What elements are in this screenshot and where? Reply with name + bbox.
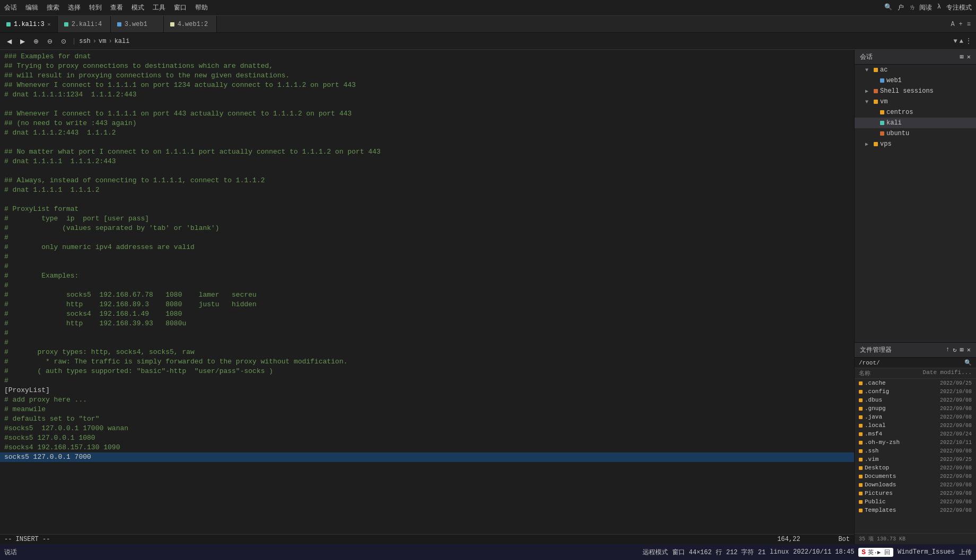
tree-item-centros[interactable]: centros <box>855 107 976 118</box>
file-dot <box>859 398 863 402</box>
editor-line: ## Always, instead of connecting to 1.1.… <box>0 176 854 185</box>
tab-kali3[interactable]: 1.kali:3 ✕ <box>0 16 58 32</box>
file-row[interactable]: .ssh2022/09/08 <box>855 447 976 455</box>
editor-line <box>0 166 854 176</box>
toolbar-btn-forward[interactable]: ▶ <box>17 37 28 46</box>
tree-item-vm[interactable]: ▼ vm <box>855 96 976 107</box>
more-options-icon[interactable]: ⋮ <box>965 37 972 45</box>
file-dot <box>859 432 863 436</box>
path-ssh[interactable]: ssh <box>79 38 91 45</box>
toolbar-btn-remove[interactable]: ⊖ <box>45 37 55 46</box>
file-manager-refresh-icon[interactable]: ↑ <box>946 346 949 354</box>
bookmark-icon[interactable]: ㄌ 阅读 <box>909 3 932 12</box>
file-row[interactable]: .config2022/10/08 <box>855 387 976 396</box>
tab-web1[interactable]: 3.web1 <box>111 16 164 32</box>
tab-plus-button[interactable]: + <box>959 21 963 28</box>
file-row[interactable]: .msf42022/09/24 <box>855 430 976 438</box>
expand-up-icon[interactable]: ▲ <box>960 38 963 45</box>
file-manager-close-icon[interactable]: ✕ <box>967 346 971 354</box>
file-path-search-icon[interactable]: 🔍 <box>964 359 972 366</box>
path-kali[interactable]: kali <box>115 38 130 45</box>
toolbar-btn-add[interactable]: ⊕ <box>31 37 41 46</box>
search-icon[interactable]: 🔍 <box>884 3 892 12</box>
file-manager-sync-icon[interactable]: ↻ <box>953 346 956 354</box>
tab-label: 4.web1:2 <box>178 21 208 28</box>
tree-label-vps: vps <box>880 140 892 148</box>
sessions-close-icon[interactable]: ✕ <box>967 53 971 61</box>
focus-mode-icon[interactable]: 专注模式 <box>946 3 972 12</box>
file-path-text: /root/ <box>859 360 880 366</box>
tab-menu-button[interactable]: ≡ <box>967 21 971 28</box>
file-row[interactable]: .gnupg2022/09/08 <box>855 404 976 413</box>
menu-bianji[interactable]: 编辑 <box>25 3 38 12</box>
tree-label-vm: vm <box>880 98 887 105</box>
file-manager-columns: 名称 Date modifi... <box>855 368 976 379</box>
tree-item-ubuntu[interactable]: ubuntu <box>855 128 976 139</box>
tree-dot-ubuntu <box>880 131 884 136</box>
editor-line: # <box>0 328 854 338</box>
menu-gongju[interactable]: 工具 <box>153 3 165 12</box>
upload-label[interactable]: 上传 <box>959 548 972 557</box>
file-row[interactable]: Documents2022/09/08 <box>855 472 976 481</box>
tab-web12[interactable]: 4.web1:2 <box>164 16 217 32</box>
editor-line: # ProxyList format <box>0 205 854 214</box>
tree-label-ac: ac <box>880 66 887 74</box>
tree-item-shell-sessions[interactable]: ▶ Shell sessions <box>855 86 976 96</box>
tree-item-vps[interactable]: ▶ vps <box>855 139 976 149</box>
editor-line: #socks4 192.168.157.130 1090 <box>0 443 854 452</box>
file-manager-expand-icon[interactable]: ⊞ <box>960 346 964 354</box>
user-icon[interactable]: 户 <box>898 3 904 12</box>
file-name: .ssh <box>865 448 878 454</box>
menu-xuanze[interactable]: 选择 <box>68 3 81 12</box>
sessions-expand-icon[interactable]: ⊞ <box>960 53 964 61</box>
file-row[interactable]: Downloads2022/09/08 <box>855 481 976 489</box>
file-name: .oh-my-zsh <box>865 439 900 446</box>
editor-line <box>0 100 854 109</box>
expand-down-icon[interactable]: ▼ <box>954 38 957 45</box>
file-row[interactable]: .java2022/09/08 <box>855 413 976 421</box>
vim-position: 164,22 Bot <box>777 536 850 543</box>
menu-chuangkou[interactable]: 窗口 <box>174 3 187 12</box>
file-row[interactable]: .local2022/09/08 <box>855 421 976 430</box>
lambda-icon[interactable]: λ <box>937 3 941 12</box>
editor-line: # socks5 192.168.67.78 1080 lamer secreu <box>0 290 854 300</box>
file-dot <box>859 441 863 445</box>
tree-item-kali[interactable]: kali <box>855 118 976 128</box>
editor-line: # meanwile <box>0 405 854 414</box>
file-row[interactable]: .vim2022/09/25 <box>855 455 976 464</box>
tab-close-icon[interactable]: ✕ <box>48 21 51 28</box>
file-manager-path: /root/ 🔍 <box>855 358 976 368</box>
file-list: .cache2022/09/25.config2022/10/08.dbus20… <box>855 379 976 533</box>
menu-zhuanqu[interactable]: 转到 <box>89 3 102 12</box>
remote-mode-label: 远程模式 <box>643 548 668 557</box>
tree-item-web1[interactable]: web1 <box>855 75 976 86</box>
file-row[interactable]: Pictures2022/09/08 <box>855 489 976 497</box>
tree-arrow-vm: ▼ <box>865 99 872 105</box>
file-row[interactable]: Desktop2022/09/08 <box>855 464 976 472</box>
file-row[interactable]: .oh-my-zsh2022/10/11 <box>855 438 976 447</box>
tab-kali4[interactable]: 2.kali:4 <box>58 16 111 32</box>
path-vm[interactable]: vm <box>99 38 106 45</box>
menu-moshi[interactable]: 模式 <box>131 3 144 12</box>
file-row[interactable]: .cache2022/09/25 <box>855 379 976 387</box>
toolbar-btn-back[interactable]: ◀ <box>4 37 14 46</box>
menu-huihua[interactable]: 会话 <box>4 3 17 12</box>
menu-bangzhu[interactable]: 帮助 <box>195 3 208 12</box>
tree-item-ac[interactable]: ▼ ac <box>855 65 976 75</box>
file-row[interactable]: .dbus2022/09/08 <box>855 396 976 404</box>
tree-dot-web1 <box>880 78 884 83</box>
editor-line: # proxy types: http, socks4, socks5, raw <box>0 348 854 357</box>
toolbar-btn-info[interactable]: ⊙ <box>58 37 69 46</box>
menu-chakan[interactable]: 查看 <box>110 3 123 12</box>
file-row[interactable]: Public2022/09/08 <box>855 497 976 506</box>
file-row[interactable]: Templates2022/09/08 <box>855 506 976 514</box>
sessions-header: 会话 ⊞ ✕ <box>855 50 976 65</box>
file-name: .cache <box>865 380 886 386</box>
windterm-label[interactable]: WindTerm_Issues <box>898 548 955 556</box>
editor-content[interactable]: ### Examples for dnat## Trying to proxy … <box>0 50 854 534</box>
editor-line: ## Whenever I connect to 1.1.1.1 on port… <box>0 81 854 90</box>
tree-dot-shell <box>874 89 878 93</box>
menu-sousuo[interactable]: 搜索 <box>47 3 59 12</box>
file-dot <box>859 449 863 453</box>
editor-line: ## No matter what port I connect to on 1… <box>0 147 854 157</box>
